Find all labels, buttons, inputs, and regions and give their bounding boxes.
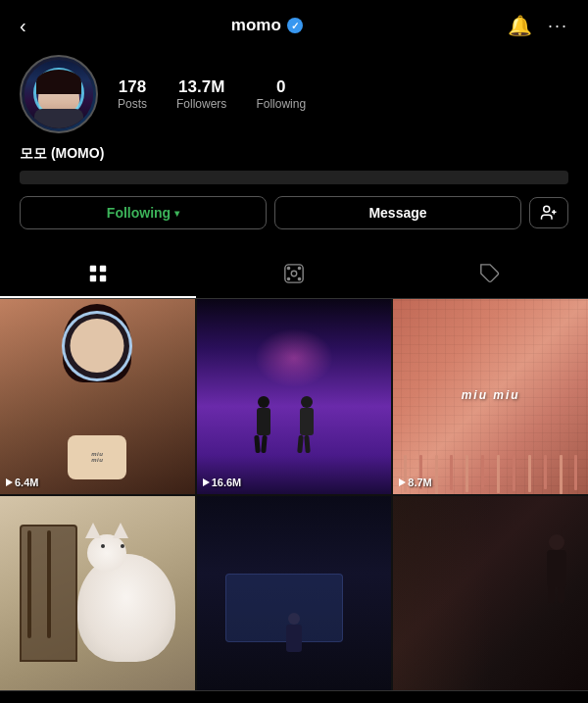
svg-rect-6 (100, 276, 106, 281)
bio-bar (20, 171, 568, 184)
action-buttons: Following ▾ Message (20, 196, 568, 229)
reels-icon (283, 263, 305, 284)
followers-count: 13.7M (176, 77, 226, 97)
content-tab-bar (0, 251, 588, 299)
svg-point-10 (298, 267, 300, 269)
view-count: 16.6M (203, 477, 242, 488)
svg-rect-5 (90, 276, 96, 281)
top-nav: ‹ momo ✓ 🔔 ··· (0, 0, 588, 47)
avatar-image (24, 60, 93, 128)
posts-label: Posts (118, 97, 147, 111)
posts-count: 178 (118, 77, 147, 97)
play-icon (203, 478, 210, 486)
chevron-down-icon: ▾ (174, 208, 179, 219)
svg-point-12 (298, 277, 300, 279)
stat-following: 0 Following (256, 77, 306, 111)
svg-point-11 (287, 277, 289, 279)
verified-badge: ✓ (287, 18, 303, 33)
profile-section: 178 Posts 13.7M Followers 0 Following 모모… (0, 47, 588, 251)
following-button[interactable]: Following ▾ (20, 196, 267, 229)
grid-item[interactable]: miumiu 6.4M (0, 299, 195, 494)
more-options-icon[interactable]: ··· (548, 16, 568, 36)
profile-header: 178 Posts 13.7M Followers 0 Following (20, 55, 568, 133)
message-button[interactable]: Message (274, 196, 521, 229)
grid-item[interactable] (393, 496, 588, 691)
followers-label: Followers (176, 97, 226, 111)
svg-rect-4 (100, 266, 106, 272)
tab-reels[interactable] (196, 251, 392, 298)
message-label: Message (368, 205, 426, 221)
tab-tagged[interactable] (392, 251, 588, 298)
play-icon (6, 478, 13, 486)
play-icon (399, 478, 406, 486)
tagged-icon (479, 263, 501, 284)
stat-posts: 178 Posts (118, 77, 147, 111)
tab-grid[interactable] (0, 251, 196, 298)
profile-username-display: 모모 (MOMO) (20, 145, 568, 163)
grid-item[interactable] (197, 496, 392, 691)
add-user-icon (540, 204, 558, 222)
following-label: Following (256, 97, 306, 111)
grid-item[interactable]: miu miu 8.7M (393, 299, 588, 494)
svg-point-0 (544, 206, 550, 212)
bottom-nav (0, 690, 588, 703)
grid-item[interactable] (0, 496, 195, 691)
notifications-icon[interactable]: 🔔 (508, 14, 532, 37)
following-label: Following (107, 205, 171, 221)
add-user-button[interactable] (529, 197, 568, 228)
app-screen: ‹ momo ✓ 🔔 ··· (0, 0, 588, 703)
media-grid: miumiu 6.4M (0, 299, 588, 690)
grid-item[interactable]: 16.6M (197, 299, 392, 494)
svg-rect-3 (90, 266, 96, 272)
avatar[interactable] (20, 55, 98, 133)
view-count: 8.7M (399, 477, 431, 488)
grid-icon (87, 263, 109, 284)
svg-point-9 (287, 267, 289, 269)
view-count: 6.4M (6, 477, 38, 488)
header-title-area: momo ✓ (231, 16, 303, 35)
stats-row: 178 Posts 13.7M Followers 0 Following (118, 77, 306, 111)
profile-username-header: momo (231, 16, 281, 35)
svg-point-8 (291, 271, 297, 276)
stat-followers: 13.7M Followers (176, 77, 226, 111)
back-button[interactable]: ‹ (20, 15, 26, 37)
following-count: 0 (256, 77, 306, 97)
